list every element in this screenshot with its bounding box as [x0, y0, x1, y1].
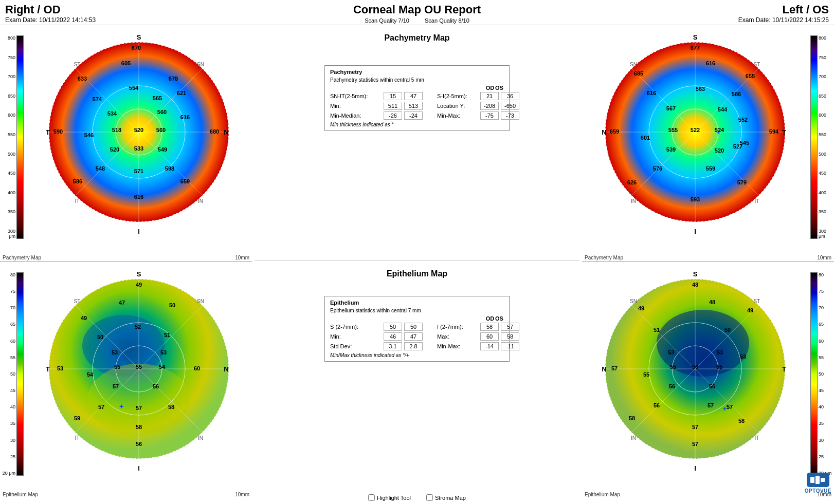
svg-text:57: 57: [692, 424, 698, 430]
svg-text:53: 53: [668, 349, 674, 356]
pach-minmed-od: -26: [384, 111, 402, 120]
od-epi-scale: 80757065605550454035302520 μm: [1, 272, 24, 476]
left-exam-date: Exam Date: 10/11/2022 14:15:25: [738, 16, 829, 24]
svg-text:56: 56: [654, 402, 660, 408]
svg-text:49: 49: [81, 315, 87, 321]
svg-text:58: 58: [168, 404, 174, 410]
svg-text:565: 565: [153, 95, 162, 101]
svg-text:616: 616: [647, 90, 656, 96]
svg-text:53: 53: [717, 349, 723, 356]
svg-text:S: S: [693, 34, 698, 41]
pach-locy-os: -650: [501, 102, 519, 110]
epi-stats-subtitle: Epithelium statistics within central 7 m…: [330, 308, 504, 313]
svg-text:53: 53: [740, 353, 746, 360]
svg-text:678: 678: [169, 76, 178, 82]
od-epi-footer: Epithelium Map 10mm: [0, 491, 252, 498]
pach-stats-title: Pachymetry: [330, 69, 504, 75]
svg-text:601: 601: [641, 135, 650, 141]
os-pach-map-wrapper: * 677 616 685 655 616 563 586 567 544: [600, 34, 790, 235]
optovue-text: OPTOVUE: [805, 488, 831, 494]
od-pach-section: 800750700650600550500450400350300 μm: [0, 25, 252, 262]
os-epi-svg: * + 48 48 49 49 51 50 53 53 57: [600, 271, 790, 472]
pach-minmax-label: Min-Max:: [437, 113, 478, 119]
svg-text:T: T: [782, 128, 786, 136]
svg-text:567: 567: [666, 105, 676, 111]
svg-text:593: 593: [691, 196, 700, 202]
pach-si-os: 36: [501, 92, 519, 100]
epi-std-od: 3.1: [384, 342, 402, 350]
highlight-tool-checkbox[interactable]: Highlight Tool: [368, 494, 411, 501]
center-panel: Pachymetry Map Pachymetry Pachymetry sta…: [252, 25, 582, 504]
svg-text:54: 54: [87, 371, 94, 378]
stroma-map-checkbox[interactable]: Stroma Map: [426, 494, 466, 501]
svg-text:579: 579: [737, 179, 747, 185]
pach-min-os: 513: [404, 102, 423, 110]
svg-text:SN: SN: [197, 298, 204, 304]
svg-text:N: N: [602, 128, 606, 136]
svg-text:58: 58: [136, 424, 142, 430]
svg-text:626: 626: [627, 179, 637, 185]
od-epi-map-label: Epithelium Map: [3, 492, 38, 497]
pach-stats-note: Min thickness indicated as *: [330, 122, 504, 127]
svg-text:SN: SN: [630, 298, 637, 304]
svg-text:605: 605: [121, 60, 131, 66]
svg-text:53: 53: [112, 349, 118, 356]
right-exam-date: Exam Date: 10/11/2022 14:14:53: [5, 16, 96, 24]
svg-text:57: 57: [98, 404, 104, 410]
svg-text:57: 57: [136, 405, 142, 411]
svg-text:50: 50: [724, 327, 731, 333]
pach-sn-it-label: SN-IT(2-5mm):: [330, 93, 382, 99]
svg-text:60: 60: [194, 365, 200, 371]
svg-text:616: 616: [134, 194, 143, 200]
svg-text:N: N: [224, 365, 228, 373]
optovue-logo-area: OPTOVUE: [805, 473, 831, 494]
svg-text:IN: IN: [198, 198, 203, 204]
svg-text:ST: ST: [754, 298, 760, 304]
svg-text:533: 533: [134, 145, 143, 152]
svg-text:621: 621: [177, 90, 186, 96]
svg-text:560: 560: [157, 109, 167, 115]
os-pach-scale-label: 10mm: [817, 255, 831, 260]
svg-text:560: 560: [156, 127, 166, 133]
svg-text:56: 56: [709, 383, 715, 389]
epi-max-od: 60: [480, 332, 499, 341]
svg-text:539: 539: [666, 146, 676, 153]
highlight-tool-input[interactable]: [368, 494, 375, 501]
svg-text:52: 52: [135, 324, 141, 330]
od-pach-scale-label: 10mm: [235, 255, 249, 260]
od-pach-svg: * 670 605 633 678 574 554 565 621: [44, 34, 234, 235]
svg-text:57: 57: [113, 383, 119, 389]
pach-minmed-label: Min-Median:: [330, 113, 382, 119]
epi-min-od: 46: [384, 332, 402, 341]
svg-text:+: +: [119, 402, 123, 410]
epi-min-os: 47: [404, 332, 423, 341]
svg-text:563: 563: [696, 86, 705, 92]
os-epi-map-label: Epithelium Map: [585, 492, 620, 497]
svg-text:55: 55: [643, 371, 649, 378]
os-epi-map-wrapper: * + 48 48 49 49 51 50 53 53 57: [600, 271, 790, 472]
scan-quality-od: Scan Quality 7/10: [365, 17, 409, 24]
svg-text:576: 576: [653, 165, 662, 172]
od-epi-svg: * + 49 47 49 50 50 52 51 53 53: [44, 271, 234, 472]
pach-col-os: OS: [495, 85, 504, 91]
svg-text:I: I: [694, 464, 696, 472]
os-pach-scale: 800750700650600550500450400350300 μm: [810, 35, 833, 239]
svg-text:554: 554: [129, 85, 139, 91]
svg-text:57: 57: [708, 402, 714, 408]
report-title: Corneal Map OU Report: [96, 3, 738, 16]
svg-text:49: 49: [136, 282, 142, 288]
center-divider: [255, 260, 579, 261]
stroma-map-input[interactable]: [426, 494, 433, 501]
epi-std-label: Std Dev:: [330, 343, 382, 349]
svg-text:548: 548: [96, 165, 105, 172]
svg-text:56: 56: [669, 383, 675, 389]
epi-min-label: Min:: [330, 333, 382, 340]
pach-minmed-os: -24: [404, 111, 423, 120]
stroma-map-label: Stroma Map: [435, 495, 466, 501]
page-container: Right / OD Exam Date: 10/11/2022 14:14:5…: [0, 0, 834, 504]
epi-col-od: OD: [485, 315, 495, 322]
left-maps-od: 800750700650600550500450400350300 μm: [0, 25, 252, 504]
svg-text:520: 520: [134, 127, 143, 133]
svg-text:IT: IT: [75, 435, 80, 441]
svg-text:53: 53: [57, 365, 63, 371]
